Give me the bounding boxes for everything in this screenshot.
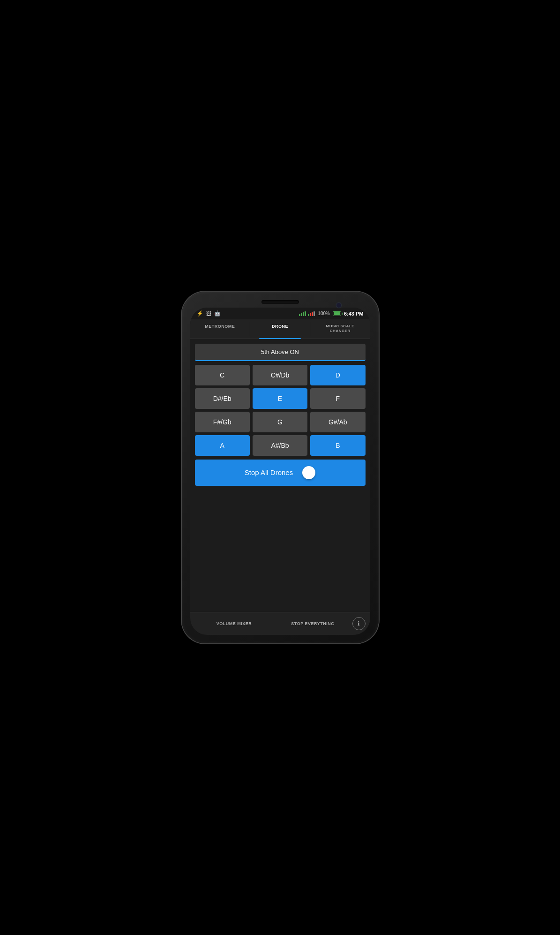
- note-A[interactable]: A: [195, 435, 250, 456]
- note-D#Eb[interactable]: D#/Eb: [195, 388, 250, 409]
- status-bar: ⚡ 🖼 🤖 100% 6:43 P: [190, 308, 370, 319]
- stop-everything-button[interactable]: STOP EVERYTHING: [274, 621, 352, 626]
- note-B[interactable]: B: [310, 435, 365, 456]
- stop-all-label: Stop All Drones: [245, 468, 293, 476]
- usb-icon: ⚡: [197, 310, 203, 317]
- tab-drone[interactable]: DRONE: [250, 319, 310, 339]
- signal-bar-8: [314, 311, 315, 316]
- volume-mixer-button[interactable]: VOLUME MIXER: [195, 621, 274, 626]
- battery-fill: [334, 312, 340, 315]
- status-left-icons: ⚡ 🖼 🤖: [197, 310, 221, 317]
- clock: 6:43 PM: [344, 311, 364, 317]
- signal-bar-4: [305, 311, 306, 316]
- note-D[interactable]: D: [310, 365, 365, 385]
- tab-bar: METRONOME DRONE MUSIC SCALECHANGER: [190, 319, 370, 339]
- note-A#Bb[interactable]: A#/Bb: [253, 435, 307, 456]
- signal-bar-6: [310, 313, 311, 316]
- note-F[interactable]: F: [310, 388, 365, 409]
- tab-metronome[interactable]: METRONOME: [190, 319, 250, 339]
- note-C[interactable]: C: [195, 365, 250, 385]
- battery-percent: 100%: [318, 311, 330, 316]
- battery-icon: [333, 311, 341, 316]
- signal-bar-5: [308, 314, 309, 316]
- note-F#Gb[interactable]: F#/Gb: [195, 412, 250, 432]
- note-G[interactable]: G: [253, 412, 307, 432]
- phone-frame: ⚡ 🖼 🤖 100% 6:43 P: [182, 292, 379, 643]
- status-right-info: 100% 6:43 PM: [299, 311, 363, 317]
- signal-bar-2: [301, 313, 302, 316]
- phone-screen: ⚡ 🖼 🤖 100% 6:43 P: [190, 308, 370, 635]
- note-E[interactable]: E: [253, 388, 307, 409]
- tab-music-scale-changer[interactable]: MUSIC SCALECHANGER: [310, 319, 370, 339]
- note-C#Db[interactable]: C#/Db: [253, 365, 307, 385]
- camera: [336, 303, 341, 308]
- signal-bar-3: [303, 312, 304, 316]
- note-grid: C C#/Db D D#/Eb E F F#/Gb G G#/Ab A A#/B…: [195, 365, 366, 456]
- toggle-circle: [302, 466, 315, 479]
- signal-bar-7: [312, 312, 313, 316]
- main-content: 5th Above ON C C#/Db D D#/Eb E F F#/Gb G…: [190, 339, 370, 607]
- speaker: [261, 300, 299, 304]
- spacer: [190, 607, 370, 612]
- stop-all-drones-button[interactable]: Stop All Drones: [195, 460, 366, 486]
- note-G#Ab[interactable]: G#/Ab: [310, 412, 365, 432]
- image-icon: 🖼: [206, 311, 211, 317]
- signal-bar-1: [299, 314, 300, 316]
- fifth-above-selector[interactable]: 5th Above ON: [195, 344, 366, 361]
- android-icon: 🤖: [214, 310, 221, 317]
- signal-bars: [299, 311, 315, 316]
- info-button[interactable]: ℹ: [352, 617, 366, 630]
- bottom-bar: VOLUME MIXER STOP EVERYTHING ℹ: [190, 612, 370, 635]
